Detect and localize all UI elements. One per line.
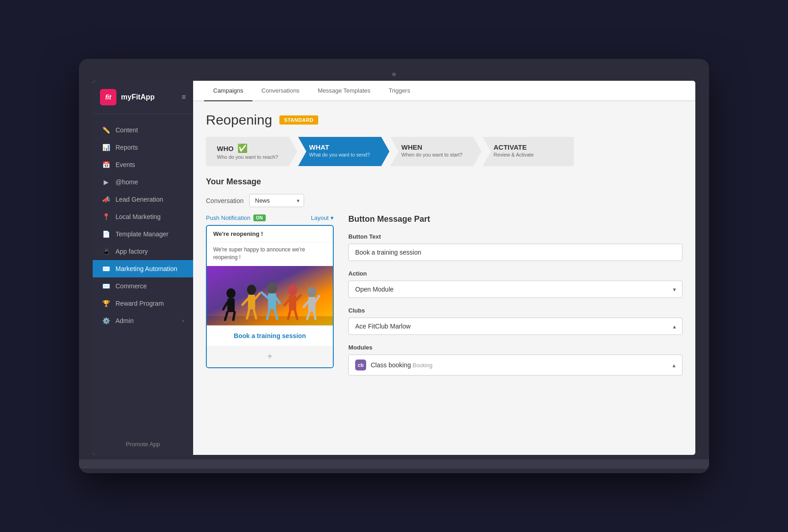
phone-card-header: We're reopening !: [207, 226, 333, 242]
clubs-select[interactable]: Ace FitClub Marlow FitClub London: [348, 318, 683, 335]
content-icon: ✏️: [102, 126, 110, 134]
campaign-badge: STANDARD: [279, 115, 318, 125]
laptop-bottom: [79, 459, 709, 469]
sidebar-item-admin[interactable]: ⚙️ Admin ›: [93, 312, 193, 329]
module-icon: cb: [355, 360, 366, 370]
phone-card-cta-button[interactable]: Book a training session: [207, 325, 333, 346]
promote-app-button[interactable]: Promote App: [93, 433, 193, 455]
sidebar-nav: ✏️ Content 📊 Reports 📅 Events ▶ @home 📣: [93, 114, 193, 433]
page-content: Reopening STANDARD WHO ✅ Who do you want…: [193, 101, 695, 455]
button-text-input[interactable]: [348, 244, 683, 261]
action-group: Action Open Module Open URL Open Campaig…: [348, 270, 683, 298]
events-icon: 📅: [102, 161, 110, 168]
step-when-sublabel: When do you want to start?: [401, 152, 471, 157]
tab-conversations[interactable]: Conversations: [252, 81, 309, 101]
local-marketing-icon: 📍: [102, 213, 110, 220]
sidebar-item-events[interactable]: 📅 Events: [93, 156, 193, 173]
tabs-bar: Campaigns Conversations Message Template…: [193, 81, 695, 101]
phone-card-image: [207, 266, 333, 325]
clubs-label: Clubs: [348, 307, 683, 314]
home-icon: ▶: [102, 178, 110, 186]
admin-arrow-icon: ›: [182, 318, 184, 324]
phone-card-body: We're super happy to announce we're reop…: [207, 242, 333, 266]
screen: fit myFitApp ≡ ✏️ Content 📊 Reports 📅 Ev…: [93, 81, 695, 455]
reward-program-icon: 🏆: [102, 300, 110, 307]
reports-icon: 📊: [102, 144, 110, 151]
svg-point-13: [267, 282, 277, 293]
sidebar-item-lead-generation[interactable]: 📣 Lead Generation: [93, 191, 193, 208]
sidebar-item-app-factory[interactable]: 📱 App factory: [93, 243, 193, 260]
tab-message-templates[interactable]: Message Templates: [309, 81, 379, 101]
clubs-group: Clubs Ace FitClub Marlow FitClub London: [348, 307, 683, 335]
push-notification-status: ON: [253, 214, 266, 221]
sidebar-item-home[interactable]: ▶ @home: [93, 173, 193, 191]
step-who-label: WHO ✅: [217, 143, 286, 153]
layout-chevron-icon: ▾: [331, 214, 334, 221]
phone-preview-area: Push Notification ON Layout ▾ We're reop…: [206, 214, 334, 368]
action-select-wrapper: Open Module Open URL Open Campaign: [348, 281, 683, 298]
conversation-row: Conversation News Promotions Updates: [206, 194, 683, 207]
marketing-automation-icon: ✉️: [102, 265, 110, 272]
step-who-check-icon: ✅: [237, 143, 247, 153]
step-activate-label: ACTIVATE: [494, 143, 563, 151]
svg-rect-26: [308, 297, 315, 312]
section-title: Your Message: [206, 177, 683, 187]
sidebar-item-local-marketing[interactable]: 📍 Local Marketing: [93, 208, 193, 225]
module-type-label: Booking: [413, 362, 432, 369]
sidebar-item-reports[interactable]: 📊 Reports: [93, 139, 193, 156]
svg-point-2: [226, 288, 236, 298]
module-text: Class booking Booking: [371, 361, 668, 369]
modules-label: Modules: [348, 344, 683, 351]
app-factory-icon: 📱: [102, 248, 110, 255]
laptop-frame: fit myFitApp ≡ ✏️ Content 📊 Reports 📅 Ev…: [79, 59, 709, 473]
tab-campaigns[interactable]: Campaigns: [204, 81, 252, 101]
app-name: myFitApp: [121, 93, 155, 101]
main-content: Campaigns Conversations Message Template…: [193, 81, 695, 455]
page-title-row: Reopening STANDARD: [206, 112, 683, 128]
action-select[interactable]: Open Module Open URL Open Campaign: [348, 281, 683, 298]
sidebar-item-template-manager[interactable]: 📄 Template Manager: [93, 225, 193, 243]
step-what[interactable]: WHAT What do you want to send?: [298, 137, 389, 166]
sidebar-item-marketing-automation[interactable]: ✉️ Marketing Automation: [93, 260, 193, 277]
sidebar: fit myFitApp ≡ ✏️ Content 📊 Reports 📅 Ev…: [93, 81, 193, 455]
phone-card: We're reopening ! We're super happy to a…: [206, 225, 334, 368]
add-card-button[interactable]: +: [207, 346, 333, 367]
step-activate-sublabel: Review & Activate: [494, 152, 563, 157]
step-who-sublabel: Who do you want to reach?: [217, 154, 286, 160]
button-message-title: Button Message Part: [348, 214, 683, 224]
conversation-select[interactable]: News Promotions Updates: [249, 194, 304, 207]
svg-rect-20: [289, 295, 296, 310]
tab-triggers[interactable]: Triggers: [379, 81, 419, 101]
sidebar-item-reward-program[interactable]: 🏆 Reward Program: [93, 295, 193, 312]
action-label: Action: [348, 270, 683, 277]
sidebar-item-content[interactable]: ✏️ Content: [93, 121, 193, 139]
clubs-select-wrapper: Ace FitClub Marlow FitClub London: [348, 318, 683, 335]
conversation-select-wrapper: News Promotions Updates: [249, 194, 304, 207]
svg-point-7: [247, 285, 256, 295]
svg-rect-3: [227, 298, 235, 312]
template-manager-icon: 📄: [102, 230, 110, 238]
svg-line-30: [314, 312, 315, 319]
commerce-icon: ✉️: [102, 282, 110, 290]
step-when[interactable]: WHEN When do you want to start?: [390, 137, 482, 166]
step-what-sublabel: What do you want to send?: [309, 152, 378, 157]
modules-group: Modules cb Class booking Booking ▴: [348, 344, 683, 376]
conversation-label: Conversation: [206, 197, 244, 204]
page-title: Reopening: [206, 112, 272, 128]
push-notification-toggle[interactable]: Push Notification ON: [206, 214, 266, 221]
steps-bar: WHO ✅ Who do you want to reach? WHAT Wha…: [206, 137, 683, 166]
app-logo: fit: [100, 89, 116, 105]
layout-button[interactable]: Layout ▾: [311, 214, 334, 221]
step-when-label: WHEN: [401, 143, 471, 151]
menu-icon[interactable]: ≡: [182, 93, 186, 101]
right-panel: Button Message Part Button Text Action O: [348, 214, 683, 385]
sidebar-item-commerce[interactable]: ✉️ Commerce: [93, 277, 193, 295]
preview-toolbar: Push Notification ON Layout ▾: [206, 214, 334, 221]
camera: [392, 73, 396, 76]
step-activate[interactable]: ACTIVATE Review & Activate: [483, 137, 574, 166]
module-arrow-icon: ▴: [672, 362, 676, 369]
svg-point-19: [288, 285, 297, 295]
modules-select[interactable]: cb Class booking Booking ▴: [348, 355, 683, 376]
button-text-label: Button Text: [348, 233, 683, 240]
step-who[interactable]: WHO ✅ Who do you want to reach?: [206, 137, 297, 166]
